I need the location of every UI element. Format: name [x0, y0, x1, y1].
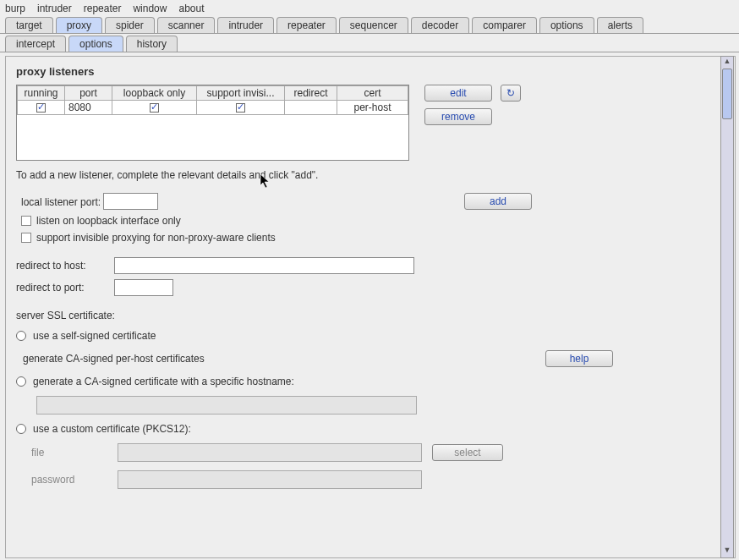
- menu-repeater[interactable]: repeater: [84, 3, 122, 14]
- menu-bar: burp intruder repeater window about: [0, 0, 739, 17]
- redirect-host-input[interactable]: [114, 257, 414, 274]
- ssl-label-hostname: generate a CA-signed certificate with a …: [33, 376, 294, 387]
- redirect-port-label: redirect to port:: [16, 282, 109, 294]
- cell-redirect: [285, 101, 337, 115]
- running-checkbox[interactable]: [36, 103, 46, 113]
- menu-intruder[interactable]: intruder: [37, 3, 72, 14]
- invisible-proxy-label: support invisible proxying for non-proxy…: [36, 232, 276, 244]
- ssl-radio-custom[interactable]: [16, 424, 26, 434]
- password-input[interactable]: [118, 470, 422, 489]
- tab-alerts[interactable]: alerts: [597, 17, 643, 33]
- table-row[interactable]: 8080 per-host: [18, 101, 408, 115]
- local-port-label: local listener port:: [21, 196, 101, 208]
- menu-about[interactable]: about: [178, 3, 204, 14]
- col-support[interactable]: support invisi...: [197, 86, 285, 101]
- support-checkbox[interactable]: [236, 103, 245, 113]
- tab-sequencer[interactable]: sequencer: [339, 17, 408, 33]
- vertical-scrollbar[interactable]: ▲ ▼: [720, 56, 734, 558]
- subtab-intercept[interactable]: intercept: [5, 36, 66, 52]
- select-button[interactable]: select: [432, 444, 503, 461]
- add-button[interactable]: add: [464, 193, 532, 210]
- loopback-only-checkbox[interactable]: [21, 216, 31, 226]
- ssl-label-selfsigned: use a self-signed certificate: [33, 330, 156, 342]
- menu-window[interactable]: window: [133, 3, 167, 14]
- tab-intruder[interactable]: intruder: [217, 17, 274, 33]
- tab-comparer[interactable]: comparer: [472, 17, 537, 33]
- file-input[interactable]: [118, 443, 422, 462]
- options-panel: proxy listeners running port loopback on…: [5, 56, 736, 558]
- col-port[interactable]: port: [65, 86, 112, 101]
- ssl-title: server SSL certificate:: [16, 310, 723, 321]
- col-cert[interactable]: cert: [337, 86, 408, 101]
- tab-proxy[interactable]: proxy: [56, 17, 102, 33]
- ssl-radio-selfsigned[interactable]: [16, 331, 26, 341]
- scroll-down-icon[interactable]: ▼: [721, 546, 733, 557]
- section-title: proxy listeners: [16, 65, 723, 78]
- subtab-options[interactable]: options: [68, 36, 123, 52]
- ssl-label-custom: use a custom certificate (PKCS12):: [33, 423, 191, 435]
- loopback-only-label: listen on loopback interface only: [36, 215, 181, 227]
- listener-table[interactable]: running port loopback only support invis…: [16, 85, 409, 161]
- cell-port: 8080: [65, 101, 112, 115]
- file-label: file: [31, 447, 107, 458]
- col-redirect[interactable]: redirect: [285, 86, 337, 101]
- cell-cert: per-host: [337, 101, 408, 115]
- menu-burp[interactable]: burp: [5, 3, 25, 14]
- scroll-thumb[interactable]: [722, 69, 732, 119]
- col-running[interactable]: running: [18, 86, 65, 101]
- ssl-label-perhost: generate CA-signed per-host certificates: [23, 353, 205, 365]
- password-label: password: [31, 474, 107, 486]
- edit-button[interactable]: edit: [424, 85, 492, 102]
- redirect-port-input[interactable]: [114, 279, 173, 296]
- refresh-icon[interactable]: ↻: [501, 85, 521, 102]
- tab-decoder[interactable]: decoder: [411, 17, 469, 33]
- tab-target[interactable]: target: [5, 17, 53, 33]
- sub-tab-row: intercept options history: [0, 34, 739, 52]
- helper-text: To add a new listener, complete the rele…: [16, 169, 723, 181]
- subtab-history[interactable]: history: [126, 36, 178, 52]
- tab-repeater[interactable]: repeater: [276, 17, 337, 33]
- tab-scanner[interactable]: scanner: [157, 17, 216, 33]
- local-port-input[interactable]: [103, 193, 158, 210]
- redirect-host-label: redirect to host:: [16, 260, 109, 272]
- remove-button[interactable]: remove: [424, 108, 492, 125]
- invisible-proxy-checkbox[interactable]: [21, 233, 31, 243]
- loopback-checkbox[interactable]: [150, 103, 159, 113]
- help-button[interactable]: help: [545, 350, 613, 367]
- col-loopback[interactable]: loopback only: [112, 86, 197, 101]
- tab-spider[interactable]: spider: [105, 17, 155, 33]
- ssl-hostname-input[interactable]: [36, 396, 417, 415]
- main-tab-row: target proxy spider scanner intruder rep…: [0, 17, 739, 34]
- scroll-up-icon[interactable]: ▲: [721, 57, 733, 69]
- ssl-radio-hostname[interactable]: [16, 376, 26, 387]
- tab-options[interactable]: options: [539, 17, 594, 33]
